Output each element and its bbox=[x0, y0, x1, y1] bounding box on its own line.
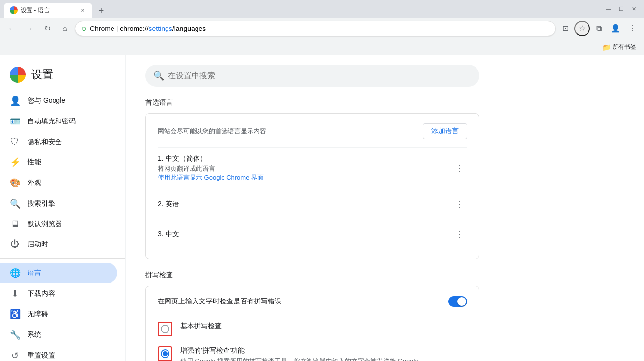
lang-menu-button-2[interactable]: ⋮ bbox=[451, 196, 467, 212]
sidebar-header: 设置 bbox=[0, 63, 125, 90]
profile-button[interactable]: 👤 bbox=[608, 21, 623, 36]
bookmarks-label: 所有书签 bbox=[613, 43, 636, 51]
sidebar-item-download[interactable]: ⬇ 下载内容 bbox=[0, 283, 117, 304]
lang-name-2: 2. 英语 bbox=[158, 200, 451, 209]
accessibility-icon: ♿ bbox=[10, 309, 20, 320]
sidebar-item-language[interactable]: 🌐 语言 bbox=[0, 263, 117, 283]
chrome-logo bbox=[10, 67, 26, 83]
search-icon: 🔍 bbox=[10, 198, 20, 209]
sidebar-label-accessibility: 无障碍 bbox=[28, 310, 48, 319]
restore-button[interactable]: ☐ bbox=[619, 6, 624, 12]
browser-toolbar: ← → ↻ ⌂ ⊙ Chrome | chrome://settings/lan… bbox=[0, 18, 644, 39]
person-icon: 👤 bbox=[10, 95, 20, 106]
spellcheck-header: 在网页上输入文字时检查是否有拼写错误 bbox=[146, 286, 479, 317]
tab-close-button[interactable]: ✕ bbox=[79, 6, 86, 14]
lang-info-3: 3. 中文 bbox=[158, 230, 451, 239]
sidebar-title: 设置 bbox=[31, 67, 53, 82]
address-bar[interactable]: ⊙ Chrome | chrome://settings/languages bbox=[75, 21, 556, 36]
sidebar-item-google[interactable]: 👤 您与 Google bbox=[0, 90, 117, 111]
spellcheck-basic-option: 基本拼写检查 bbox=[158, 317, 467, 341]
bookmarks-folder[interactable]: 📁 所有书签 bbox=[598, 42, 640, 52]
main-content: 🔍 首选语言 网站会尽可能以您的首选语言显示内容 添加语言 1. 中文（简体） … bbox=[126, 55, 644, 361]
radio-highlight-box-2 bbox=[158, 346, 172, 361]
basic-option-title: 基本拼写检查 bbox=[180, 322, 467, 331]
sidebar-item-search[interactable]: 🔍 搜索引擎 bbox=[0, 193, 117, 214]
system-icon: 🔧 bbox=[10, 330, 20, 340]
spellcheck-title: 拼写检查 bbox=[145, 271, 624, 280]
address-brand: Chrome bbox=[90, 25, 114, 32]
sidebar-item-startup[interactable]: ⏻ 启动时 bbox=[0, 234, 117, 254]
sidebar-label-search: 搜索引擎 bbox=[28, 199, 55, 208]
enhanced-option-desc: 使用 Google 搜索所用的拼写检查工具。您在浏览器中输入的文字会被发送给 G… bbox=[180, 356, 467, 361]
sidebar-item-reset[interactable]: ↺ 重置设置 bbox=[0, 345, 117, 361]
settings-search-input[interactable] bbox=[168, 71, 472, 80]
address-url: chrome:// bbox=[120, 25, 148, 32]
browser-icon: 🖥 bbox=[10, 219, 20, 229]
appearance-icon: 🎨 bbox=[10, 178, 20, 188]
cast-button[interactable]: ⊡ bbox=[558, 21, 573, 36]
sidebar-label-google: 您与 Google bbox=[28, 96, 65, 105]
settings-search-bar[interactable]: 🔍 bbox=[145, 65, 479, 87]
language-item-2: 2. 英语 ⋮ bbox=[158, 189, 467, 219]
sidebar-label-privacy: 隐私和安全 bbox=[28, 138, 62, 147]
lang-menu-button-1[interactable]: ⋮ bbox=[451, 160, 467, 176]
lang-link-1[interactable]: 使用此语言显示 Google Chrome 界面 bbox=[158, 173, 451, 182]
tab-favicon bbox=[10, 6, 18, 14]
sidebar-label-system: 系统 bbox=[28, 331, 41, 339]
lang-menu-button-3[interactable]: ⋮ bbox=[451, 226, 467, 242]
sidebar-item-browser[interactable]: 🖥 默认浏览器 bbox=[0, 214, 117, 234]
sidebar-label-browser: 默认浏览器 bbox=[28, 220, 62, 229]
sidebar-label-autofill: 自动填充和密码 bbox=[28, 117, 76, 126]
secure-icon: ⊙ bbox=[81, 25, 87, 32]
enhanced-radio-label: 增强的'拼写检查'功能 使用 Google 搜索所用的拼写检查工具。您在浏览器中… bbox=[180, 346, 467, 361]
sidebar-item-system[interactable]: 🔧 系统 bbox=[0, 325, 117, 345]
sidebar-label-performance: 性能 bbox=[28, 158, 41, 167]
sidebar-label-reset: 重置设置 bbox=[28, 351, 55, 360]
lang-name-3: 3. 中文 bbox=[158, 230, 451, 239]
basic-radio-button[interactable] bbox=[161, 325, 169, 333]
performance-icon: ⚡ bbox=[10, 157, 20, 168]
sidebar-item-performance[interactable]: ⚡ 性能 bbox=[0, 152, 117, 173]
spellcheck-enhanced-option: 增强的'拼写检查'功能 使用 Google 搜索所用的拼写检查工具。您在浏览器中… bbox=[158, 341, 467, 361]
sidebar-label-language: 语言 bbox=[28, 269, 41, 277]
lang-info-1: 1. 中文（简体） 将网页翻译成此语言 使用此语言显示 Google Chrom… bbox=[158, 154, 451, 182]
bookmark-button[interactable]: ☆ bbox=[574, 21, 590, 36]
sidebar-item-appearance[interactable]: 🎨 外观 bbox=[0, 173, 117, 193]
lang-sub-1: 将网页翻译成此语言 bbox=[158, 164, 451, 173]
sidebar: 设置 👤 您与 Google 🪪 自动填充和密码 🛡 隐私和安全 ⚡ 性能 🎨 … bbox=[0, 55, 126, 361]
folder-icon: 📁 bbox=[602, 43, 611, 51]
preferred-languages-title: 首选语言 bbox=[145, 98, 624, 107]
enhanced-radio-button[interactable] bbox=[161, 349, 169, 358]
close-button[interactable]: ✕ bbox=[632, 6, 636, 12]
sidebar-nav: 👤 您与 Google 🪪 自动填充和密码 🛡 隐私和安全 ⚡ 性能 🎨 外观 … bbox=[0, 90, 125, 361]
spellcheck-toggle[interactable] bbox=[448, 296, 467, 307]
sidebar-label-startup: 启动时 bbox=[28, 240, 48, 249]
home-button[interactable]: ⌂ bbox=[57, 21, 73, 36]
sidebar-item-accessibility[interactable]: ♿ 无障碍 bbox=[0, 304, 117, 325]
sidebar-label-download: 下载内容 bbox=[28, 289, 55, 298]
titlebar: 设置 - 语言 ✕ + — ☐ ✕ bbox=[0, 0, 644, 18]
add-language-button[interactable]: 添加语言 bbox=[423, 123, 467, 139]
more-button[interactable]: ⋮ bbox=[624, 21, 640, 36]
search-bar-icon: 🔍 bbox=[153, 70, 164, 81]
back-button[interactable]: ← bbox=[4, 21, 20, 36]
startup-icon: ⏻ bbox=[10, 239, 20, 249]
radio-highlight-box bbox=[158, 322, 172, 336]
language-item-3: 3. 中文 ⋮ bbox=[158, 219, 467, 249]
reload-button[interactable]: ↻ bbox=[39, 21, 55, 36]
sidebar-item-autofill[interactable]: 🪪 自动填充和密码 bbox=[0, 111, 117, 132]
sidebar-label-appearance: 外观 bbox=[28, 179, 41, 187]
active-tab[interactable]: 设置 - 语言 ✕ bbox=[4, 3, 92, 18]
spellcheck-card: 在网页上输入文字时检查是否有拼写错误 基本拼写检查 bbox=[145, 286, 479, 361]
sidebar-item-privacy[interactable]: 🛡 隐私和安全 bbox=[0, 132, 117, 152]
forward-button[interactable]: → bbox=[22, 21, 37, 36]
minimize-button[interactable]: — bbox=[606, 6, 611, 12]
nav-divider bbox=[0, 258, 125, 259]
languages-description: 网站会尽可能以您的首选语言显示内容 添加语言 bbox=[158, 123, 467, 139]
tab-bar: 设置 - 语言 ✕ + bbox=[4, 0, 606, 18]
new-tab-button[interactable]: + bbox=[94, 4, 108, 18]
extensions-button[interactable]: ⧉ bbox=[591, 21, 607, 36]
spellcheck-toggle-label: 在网页上输入文字时检查是否有拼写错误 bbox=[158, 297, 281, 306]
lang-name-1: 1. 中文（简体） bbox=[158, 154, 451, 163]
bookmark-bar: 📁 所有书签 bbox=[0, 39, 644, 55]
